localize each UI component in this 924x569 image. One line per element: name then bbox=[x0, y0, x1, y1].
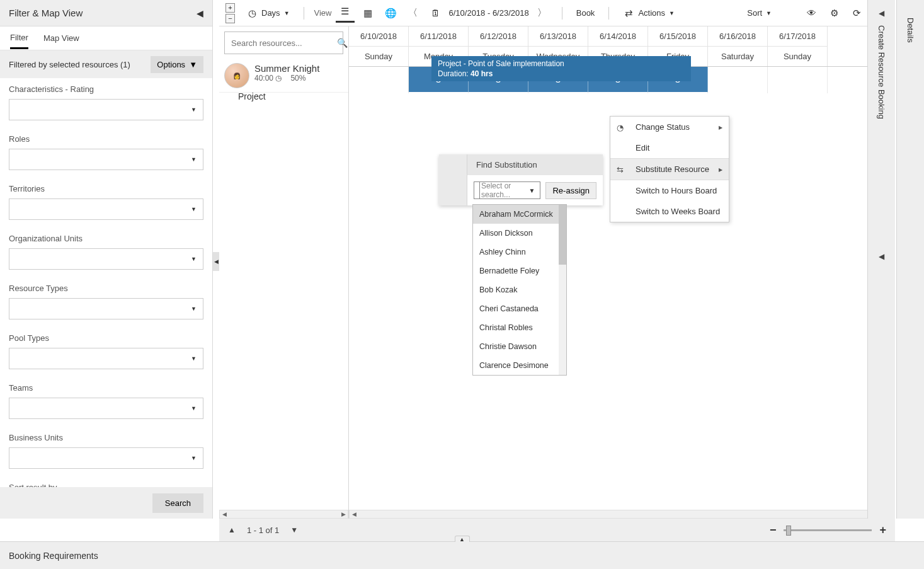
select-roles[interactable] bbox=[9, 149, 203, 170]
label-roles: Roles bbox=[9, 134, 203, 144]
reassign-button[interactable]: Re-assign bbox=[545, 182, 596, 199]
sort-label: Sort bbox=[747, 8, 762, 18]
substitution-option[interactable]: Christal Robles bbox=[473, 318, 566, 337]
select-pool-types[interactable] bbox=[9, 348, 203, 369]
project-booking-bar[interactable]: Project - Point of Sale implementation D… bbox=[431, 56, 691, 81]
project-booking-title: Project - Point of Sale implementation bbox=[438, 59, 685, 69]
find-substitution-title: Find Substitution bbox=[467, 154, 603, 175]
settings-button[interactable]: ⚙ bbox=[824, 5, 843, 21]
substitution-select[interactable]: Select or search... bbox=[474, 181, 540, 199]
days-selector[interactable]: ◷Days ▼ bbox=[242, 5, 294, 21]
booking-requirements-label: Booking Requirements bbox=[9, 551, 98, 561]
booking-requirements-bar[interactable]: ▲ Booking Requirements bbox=[0, 541, 924, 569]
substitution-option[interactable]: Abraham McCormick bbox=[473, 205, 566, 224]
prev-date-button[interactable]: 〈 bbox=[404, 4, 423, 21]
zoom-out-icon[interactable]: − bbox=[770, 524, 777, 537]
options-button[interactable]: Options▼ bbox=[151, 56, 203, 73]
resource-search[interactable]: 🔍 bbox=[224, 32, 343, 54]
status-icon: ◔ bbox=[617, 122, 624, 132]
ctx-edit[interactable]: Edit bbox=[610, 137, 729, 158]
globe-icon: 🌐 bbox=[385, 8, 396, 19]
resource-project-label: Project bbox=[219, 91, 348, 101]
substitution-option[interactable]: Cheri Castaneda bbox=[473, 299, 566, 318]
select-teams[interactable] bbox=[9, 398, 203, 419]
timeline-hscroll[interactable]: ◀▶ bbox=[349, 510, 895, 519]
ctx-switch-hours[interactable]: Switch to Hours Board bbox=[610, 180, 729, 201]
substitution-option[interactable]: Bernadette Foley bbox=[473, 262, 566, 280]
visibility-button[interactable]: 👁 bbox=[802, 5, 821, 21]
substitution-dropdown: Abraham McCormickAllison DicksonAshley C… bbox=[472, 204, 567, 376]
select-org-units[interactable] bbox=[9, 248, 203, 270]
collapse-all-icon[interactable]: − bbox=[225, 14, 235, 23]
chevron-left-icon[interactable]: ◀ bbox=[879, 252, 884, 261]
filter-footer: Search bbox=[0, 487, 212, 519]
find-substitution-popup: Find Substitution Select or search... Re… bbox=[439, 154, 603, 205]
date-header: 6/13/2018 bbox=[528, 26, 588, 46]
substitution-placeholder: Select or search... bbox=[481, 181, 511, 199]
chevron-down-icon: ▼ bbox=[284, 10, 290, 16]
calendar-button[interactable]: 🗓 bbox=[426, 5, 445, 21]
filter-summary-text: Filtered by selected resources (1) bbox=[9, 60, 130, 69]
collapse-left-handle[interactable]: ◀ bbox=[213, 252, 219, 271]
select-resource-types[interactable] bbox=[9, 298, 203, 319]
zoom-in-icon[interactable]: + bbox=[879, 524, 886, 537]
resource-percent: 50% bbox=[290, 74, 305, 83]
date-range-text: 6/10/2018 - 6/23/2018 bbox=[449, 8, 529, 18]
substitution-option[interactable]: Allison Dickson bbox=[473, 224, 566, 243]
resource-search-input[interactable] bbox=[231, 38, 337, 48]
tab-filter[interactable]: Filter bbox=[10, 28, 28, 49]
chevron-down-icon: ▼ bbox=[766, 10, 772, 16]
view-label: View bbox=[314, 8, 332, 18]
details-rail[interactable]: Details bbox=[896, 0, 924, 519]
select-characteristics[interactable] bbox=[9, 99, 203, 120]
substitution-option[interactable]: Ashley Chinn bbox=[473, 243, 566, 262]
page-up-icon[interactable]: ▲ bbox=[228, 526, 236, 534]
date-header: 6/11/2018 bbox=[409, 26, 469, 46]
chevron-right-icon: 〉 bbox=[537, 7, 548, 19]
ctx-switch-weeks[interactable]: Switch to Weeks Board bbox=[610, 201, 729, 222]
sort-button[interactable]: Sort ▼ bbox=[743, 6, 775, 20]
ctx-substitute-label: Substitute Resource bbox=[636, 164, 709, 174]
avatar: 👩 bbox=[224, 63, 249, 88]
filter-panel: Filter & Map View ◀ Filter Map View Filt… bbox=[0, 0, 213, 519]
clock-icon: ◷ bbox=[275, 74, 282, 83]
label-sort-by: Sort result by bbox=[9, 483, 203, 487]
substitution-option[interactable]: Christie Dawson bbox=[473, 337, 566, 356]
scroll-thumb[interactable] bbox=[559, 205, 566, 265]
day-header: Saturday bbox=[708, 46, 768, 66]
expand-up-icon[interactable]: ▲ bbox=[455, 536, 470, 542]
select-territories[interactable] bbox=[9, 198, 203, 220]
search-icon[interactable]: 🔍 bbox=[337, 38, 348, 48]
day-header: Sunday bbox=[768, 46, 828, 66]
book-button[interactable]: Book bbox=[573, 6, 599, 20]
zoom-slider[interactable] bbox=[784, 529, 872, 531]
project-duration-value: 40 hrs bbox=[471, 69, 493, 78]
resource-row[interactable]: 👩 Summer Knight 40:00 ◷ 50% bbox=[219, 59, 348, 93]
resource-hscroll[interactable]: ◀▶ bbox=[219, 510, 348, 519]
view-list-button[interactable]: ☰ bbox=[336, 3, 355, 23]
view-map-button[interactable]: 🌐 bbox=[381, 5, 400, 21]
label-pool-types: Pool Types bbox=[9, 333, 203, 343]
ctx-change-status[interactable]: ◔Change Status bbox=[610, 117, 729, 137]
substitution-option[interactable]: Bob Kozak bbox=[473, 280, 566, 299]
gear-icon: ⚙ bbox=[828, 8, 840, 19]
filter-panel-header: Filter & Map View ◀ bbox=[0, 0, 212, 26]
next-date-button[interactable]: 〉 bbox=[533, 4, 552, 21]
collapse-filter-icon[interactable]: ◀ bbox=[197, 8, 203, 18]
ctx-substitute-resource[interactable]: ⇆Substitute Resource bbox=[610, 159, 729, 180]
view-grid-button[interactable]: ▦ bbox=[358, 5, 377, 21]
actions-button[interactable]: ⇄Actions ▼ bbox=[619, 5, 678, 21]
dropdown-scrollbar[interactable] bbox=[559, 205, 566, 375]
refresh-button[interactable]: ⟳ bbox=[847, 5, 866, 21]
page-down-icon[interactable]: ▼ bbox=[290, 526, 298, 534]
tab-map-view[interactable]: Map View bbox=[43, 28, 79, 48]
ctx-switch-hours-label: Switch to Hours Board bbox=[636, 186, 717, 195]
substitution-option[interactable]: Clarence Desimone bbox=[473, 356, 566, 375]
project-duration-label: Duration: bbox=[438, 69, 469, 78]
zoom-thumb[interactable] bbox=[786, 526, 791, 536]
days-label: Days bbox=[261, 8, 280, 18]
select-business-units[interactable] bbox=[9, 447, 203, 469]
search-button[interactable]: Search bbox=[152, 493, 203, 513]
create-booking-rail[interactable]: ◀ Create Resource Booking ◀ bbox=[867, 0, 895, 519]
expand-all-icon[interactable]: + bbox=[225, 3, 235, 13]
